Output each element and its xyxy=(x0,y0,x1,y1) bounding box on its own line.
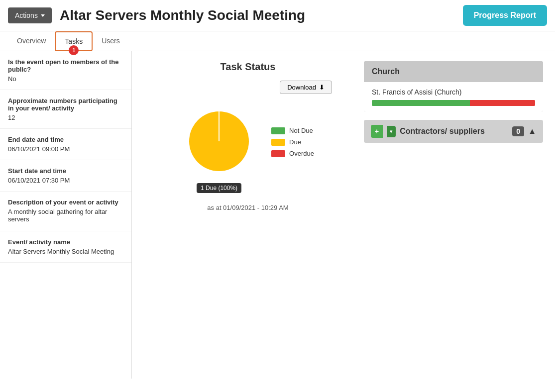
contractors-badge: 0 xyxy=(512,126,524,136)
sidebar-item-description-value: A monthly social gathering for altar ser… xyxy=(8,208,123,223)
tabs: Overview Tasks 1 Users xyxy=(0,31,555,51)
church-bar-green xyxy=(372,100,470,106)
sidebar-item-event-name-value: Altar Servers Monthly Social Meeting xyxy=(8,248,123,255)
legend-due: Due xyxy=(271,138,314,146)
main-content: Is the event open to members of the publ… xyxy=(0,51,555,379)
chart-area: 1 Due (100%) Not Due Due O xyxy=(182,104,314,180)
sidebar-item-description-label: Description of your event or activity xyxy=(8,198,123,206)
sidebar-item-participants: Approximate numbers participating in you… xyxy=(0,90,131,129)
download-label: Download xyxy=(287,84,316,91)
contractors-dropdown-icon: ▾ xyxy=(390,128,393,134)
church-name: St. Francis of Assisi (Church) xyxy=(372,88,535,96)
contractors-title: Contractors/ suppliers xyxy=(400,127,508,136)
sidebar-item-participants-value: 12 xyxy=(8,114,123,121)
sidebar-item-event-name-label: Event/ activity name xyxy=(8,238,123,246)
tab-tasks[interactable]: Tasks 1 xyxy=(55,31,93,51)
sidebar-item-public-value: No xyxy=(8,75,123,83)
content-row: Task Status Download ⬇ 1 Due (100%) xyxy=(144,61,543,211)
church-section: Church St. Francis of Assisi (Church) xyxy=(364,61,543,112)
sidebar-item-end-date-label: End date and time xyxy=(8,136,123,143)
legend-not-due-color xyxy=(271,127,285,134)
actions-label: Actions xyxy=(15,11,38,19)
task-status-section: Task Status Download ⬇ 1 Due (100%) xyxy=(144,61,352,211)
church-progress-bar xyxy=(372,100,535,106)
pie-chart-wrapper: 1 Due (100%) xyxy=(182,104,256,180)
sidebar-item-description: Description of your event or activity A … xyxy=(0,192,131,231)
legend-not-due: Not Due xyxy=(271,127,314,134)
page-title: Altar Servers Monthly Social Meeting xyxy=(60,7,455,23)
actions-button[interactable]: Actions xyxy=(8,7,52,23)
sidebar-item-public-label: Is the event open to members of the publ… xyxy=(8,58,123,73)
download-button[interactable]: Download ⬇ xyxy=(280,81,332,94)
tab-overview[interactable]: Overview xyxy=(8,32,55,51)
right-panel: Church St. Francis of Assisi (Church) + xyxy=(364,61,543,211)
legend: Not Due Due Overdue xyxy=(271,127,314,157)
legend-overdue-color xyxy=(271,150,285,157)
pie-chart xyxy=(182,104,256,179)
sidebar-item-start-date-value: 06/10/2021 07:30 PM xyxy=(8,177,123,184)
contractors-collapse-button[interactable]: ▲ xyxy=(528,127,536,136)
contractors-section: + ▾ Contractors/ suppliers 0 ▲ xyxy=(364,120,543,143)
contractors-collapse-icon: ▲ xyxy=(528,127,536,135)
sidebar-item-end-date-value: 06/10/2021 09:00 PM xyxy=(8,145,123,153)
church-bar-red xyxy=(470,100,535,106)
sidebar-item-start-date: Start date and time 06/10/2021 07:30 PM xyxy=(0,160,131,192)
task-status-title: Task Status xyxy=(221,61,276,73)
church-header: Church xyxy=(364,61,543,82)
legend-overdue: Overdue xyxy=(271,150,314,157)
sidebar-item-participants-label: Approximate numbers participating in you… xyxy=(8,97,123,112)
pie-label: 1 Due (100%) xyxy=(197,183,241,193)
contractors-add-icon: + xyxy=(375,127,379,135)
contractors-dropdown-button[interactable]: ▾ xyxy=(387,126,396,137)
church-body: St. Francis of Assisi (Church) xyxy=(364,82,543,112)
contractors-header: + ▾ Contractors/ suppliers 0 ▲ xyxy=(364,120,543,143)
progress-report-label: Progress Report xyxy=(474,11,536,19)
download-icon: ⬇ xyxy=(319,84,325,91)
sidebar-item-public: Is the event open to members of the publ… xyxy=(0,51,131,90)
sidebar-item-event-name: Event/ activity name Altar Servers Month… xyxy=(0,231,131,263)
sidebar-item-start-date-label: Start date and time xyxy=(8,167,123,175)
legend-not-due-label: Not Due xyxy=(289,127,313,134)
header: Actions Altar Servers Monthly Social Mee… xyxy=(0,0,555,31)
legend-due-color xyxy=(271,139,285,146)
actions-caret-icon xyxy=(41,14,45,17)
content-area: Task Status Download ⬇ 1 Due (100%) xyxy=(132,51,555,379)
timestamp: as at 01/09/2021 - 10:29 AM xyxy=(207,204,288,211)
tasks-badge: 1 xyxy=(69,45,79,55)
sidebar: Is the event open to members of the publ… xyxy=(0,51,132,379)
legend-overdue-label: Overdue xyxy=(289,150,314,157)
sidebar-item-end-date: End date and time 06/10/2021 09:00 PM xyxy=(0,129,131,160)
progress-report-button[interactable]: Progress Report xyxy=(463,5,547,26)
tab-users[interactable]: Users xyxy=(93,32,129,51)
contractors-add-button[interactable]: + xyxy=(371,125,383,138)
legend-due-label: Due xyxy=(289,138,301,146)
